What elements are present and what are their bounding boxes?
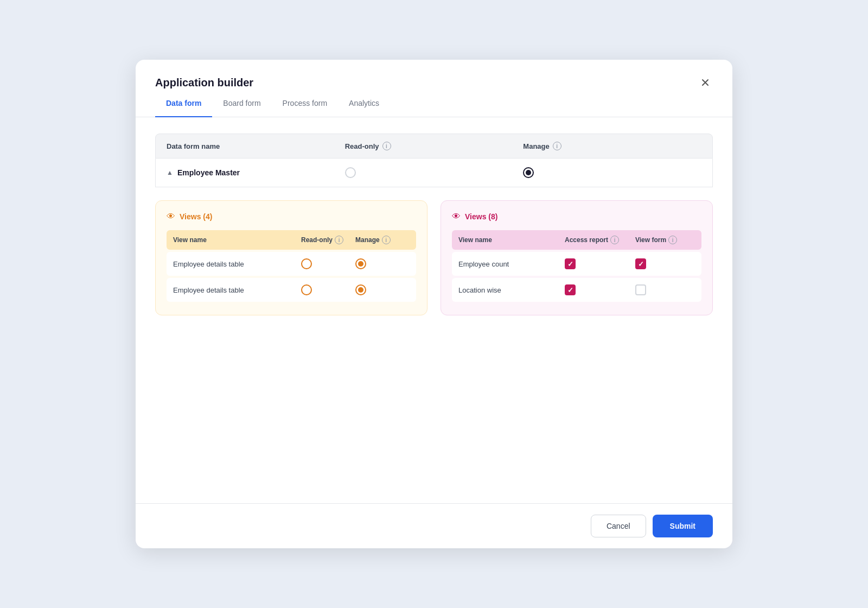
views-right-row-1: Employee count	[452, 252, 701, 276]
prow2-access-report-checkbox[interactable]	[565, 284, 576, 295]
vcol-manage-left: Manage i	[355, 236, 410, 244]
prow1-view-form-checkbox[interactable]	[635, 258, 646, 269]
tab-process-form[interactable]: Process form	[272, 90, 338, 117]
prow1-access-report-checkbox[interactable]	[565, 258, 576, 269]
vrow2-manage	[355, 284, 410, 295]
vrow2-manage-radio[interactable]	[355, 284, 366, 295]
prow2-name: Location wise	[458, 286, 565, 294]
vrow2-read-only-radio[interactable]	[301, 284, 312, 295]
views-left-row-1: Employee details table	[167, 252, 416, 276]
submit-button[interactable]: Submit	[653, 515, 713, 537]
cancel-button[interactable]: Cancel	[591, 515, 646, 537]
tab-analytics[interactable]: Analytics	[338, 90, 390, 117]
prow1-view-form	[635, 258, 695, 269]
vrow2-read-only	[301, 284, 355, 295]
eye-icon-left: 👁	[167, 212, 175, 221]
vrow1-name: Employee details table	[173, 260, 301, 268]
vrow2-name: Employee details table	[173, 286, 301, 294]
read-only-radio[interactable]	[345, 167, 356, 178]
modal-body: Data form name Read-only i Manage i ▲ Em…	[136, 117, 732, 503]
prow1-access-report	[565, 258, 635, 269]
views-title-right: Views (8)	[465, 212, 497, 221]
vcol-view-name-right: View name	[458, 236, 565, 244]
row-name-cell: ▲ Employee Master	[167, 168, 345, 177]
modal-footer: Cancel Submit	[136, 503, 732, 548]
tab-board-form[interactable]: Board form	[212, 90, 271, 117]
col-data-form-name: Data form name	[167, 142, 345, 150]
vcol-access-report: Access report i	[565, 236, 635, 244]
col-manage: Manage i	[523, 142, 701, 150]
tab-bar: Data form Board form Process form Analyt…	[136, 90, 732, 117]
manage-info-icon[interactable]: i	[553, 142, 561, 150]
vrow1-manage-radio[interactable]	[355, 258, 366, 269]
tab-data-form[interactable]: Data form	[155, 90, 212, 117]
modal-title: Application builder	[155, 77, 253, 89]
modal-header: Application builder	[136, 60, 732, 90]
vcol-read-only-left: Read-only i	[301, 236, 355, 244]
vrow1-read-only	[301, 258, 355, 269]
col-read-only: Read-only i	[345, 142, 524, 150]
views-card-right: 👁 Views (8) View name Access report i Vi…	[441, 200, 713, 315]
views-right-row-2: Location wise	[452, 278, 701, 302]
views-left-row-2: Employee details table	[167, 278, 416, 302]
vcol-view-form-info[interactable]: i	[668, 236, 677, 244]
vrow1-manage	[355, 258, 410, 269]
prow2-access-report	[565, 284, 635, 295]
vcol-access-report-info[interactable]: i	[610, 236, 619, 244]
eye-icon-right: 👁	[452, 212, 461, 221]
views-card-left-header: 👁 Views (4)	[167, 212, 416, 221]
application-builder-modal: Application builder Data form Board form…	[136, 60, 732, 548]
row-manage-cell	[523, 167, 701, 178]
row-read-only-cell	[345, 167, 524, 178]
prow1-name: Employee count	[458, 260, 565, 268]
prow2-view-form-checkbox[interactable]	[635, 284, 646, 295]
vcol-read-only-info-left[interactable]: i	[335, 236, 343, 244]
views-title-left: Views (4)	[180, 212, 212, 221]
table-row: ▲ Employee Master	[155, 159, 713, 187]
main-table-header: Data form name Read-only i Manage i	[155, 134, 713, 159]
views-card-right-header: 👁 Views (8)	[452, 212, 701, 221]
vrow1-read-only-radio[interactable]	[301, 258, 312, 269]
vcol-view-name-left: View name	[173, 236, 301, 244]
views-left-table-header: View name Read-only i Manage i	[167, 230, 416, 250]
close-button[interactable]	[698, 75, 713, 90]
prow2-view-form	[635, 284, 695, 295]
vcol-view-form: View form i	[635, 236, 695, 244]
read-only-info-icon[interactable]: i	[382, 142, 391, 150]
chevron-icon: ▲	[167, 169, 173, 176]
views-right-table-header: View name Access report i View form i	[452, 230, 701, 250]
vcol-manage-info-left[interactable]: i	[382, 236, 391, 244]
views-grid: 👁 Views (4) View name Read-only i Manage…	[155, 200, 713, 315]
manage-radio[interactable]	[523, 167, 534, 178]
close-icon	[700, 77, 711, 88]
views-card-left: 👁 Views (4) View name Read-only i Manage…	[155, 200, 427, 315]
